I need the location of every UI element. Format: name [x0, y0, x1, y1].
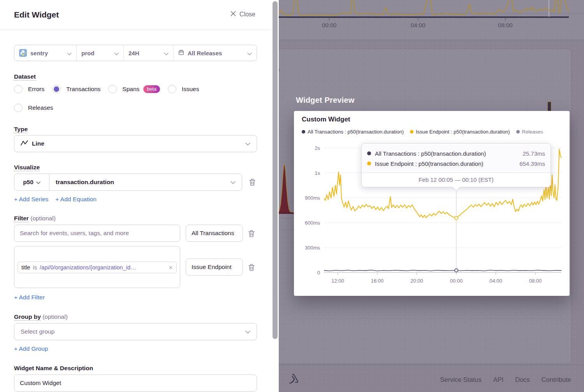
svg-text:08:00: 08:00 [529, 278, 542, 284]
filter-token-title[interactable]: title is /api/0/organizations/{organizat… [18, 262, 177, 273]
sentry-logo-icon [287, 372, 299, 386]
delete-filter-button-2[interactable] [247, 262, 256, 272]
radio-errors[interactable]: Errors [14, 85, 44, 93]
radio-transactions[interactable]: Transactions [52, 85, 100, 93]
widget-preview-heading: Widget Preview [296, 96, 354, 105]
close-button[interactable]: Close [230, 11, 255, 18]
tooltip-row: All Transactions : p50(transaction.durat… [367, 148, 545, 158]
trash-icon [248, 264, 255, 271]
background-chart-panel: 00:0004:0008:00 [273, 0, 584, 40]
environment-select[interactable]: prod [77, 45, 124, 61]
visualize-row: p50 transaction.duration [14, 174, 257, 191]
filter-alias-input-1[interactable] [186, 225, 243, 242]
dataset-options-row2: Releases [14, 104, 53, 112]
background-top-chart: 00:0004:0008:00 [274, 0, 584, 40]
project-select[interactable]: sentry [14, 45, 77, 61]
svg-text:20:00: 20:00 [410, 278, 423, 284]
group-by-label: Group by (optional) [14, 313, 68, 320]
python-project-icon [19, 49, 27, 57]
add-group-link[interactable]: + Add Group [14, 345, 48, 352]
add-filter-link[interactable]: + Add Filter [14, 294, 45, 301]
add-equation-link[interactable]: + Add Equation [55, 196, 97, 203]
chevron-down-icon [114, 50, 119, 56]
preview-card-title: Custom Widget [302, 116, 350, 123]
trash-icon [248, 230, 255, 237]
chevron-down-icon [230, 179, 236, 186]
filter-alias-input-2[interactable] [186, 258, 243, 276]
dataset-label: Dataset [14, 73, 36, 80]
radio-spans[interactable]: Spans beta [108, 85, 160, 93]
footer-links: Service Status API Docs Contribute [440, 376, 571, 383]
svg-text:900ms: 900ms [305, 195, 320, 201]
add-series-link[interactable]: + Add Series [14, 196, 48, 203]
aggregate-select[interactable]: p50 [14, 174, 49, 190]
widget-name-label: Widget Name & Description [14, 365, 93, 372]
svg-text:300ms: 300ms [305, 245, 320, 251]
modal-title: Edit Widget [14, 10, 59, 19]
release-select[interactable]: All Releases [174, 45, 257, 61]
modal-scrollbar-thumb[interactable] [273, 1, 278, 339]
chevron-down-icon [245, 328, 250, 335]
widget-preview-card[interactable]: Custom Widget All Transactions : p50(tra… [294, 111, 570, 296]
visualize-field-group: p50 transaction.duration [14, 174, 242, 191]
close-icon [230, 11, 236, 18]
svg-text:16:00: 16:00 [371, 278, 384, 284]
radio-circle[interactable] [14, 85, 23, 93]
legend-item-releases[interactable]: Releases [516, 129, 543, 135]
tooltip-dot-dark [367, 151, 371, 155]
filter-query-builder[interactable]: title is /api/0/organizations/{organizat… [14, 246, 180, 288]
chevron-down-icon [67, 50, 72, 56]
group-by-select[interactable]: Select group [14, 323, 257, 340]
chevron-down-icon [247, 50, 252, 56]
radio-circle[interactable] [108, 85, 117, 93]
delete-filter-button-1[interactable] [247, 229, 256, 239]
legend-dot-yellow [410, 130, 413, 134]
page-filter-bar: sentry prod 24H All Releases [14, 45, 257, 61]
type-label: Type [14, 126, 28, 133]
chart-type-select[interactable]: Line [14, 135, 257, 152]
remove-token-icon[interactable]: ✕ [169, 265, 173, 271]
radio-releases[interactable]: Releases [14, 104, 53, 112]
svg-text:00:00: 00:00 [322, 22, 337, 28]
svg-text:04:00: 04:00 [411, 22, 426, 28]
visualize-actions: + Add Series + Add Equation [14, 196, 97, 203]
tooltip-row: Issue Endpoint : p50(transaction.duratio… [367, 158, 545, 169]
svg-text:1s: 1s [315, 170, 320, 176]
visualize-label: Visualize [14, 164, 40, 171]
chevron-down-icon [164, 50, 169, 56]
radio-issues[interactable]: Issues [168, 85, 199, 93]
tooltip-dot-yellow [367, 162, 371, 165]
delete-series-button[interactable] [248, 177, 257, 187]
modal-scrollbar-track[interactable] [271, 0, 279, 392]
dataset-options-row1: Errors Transactions Spans beta Issues [14, 85, 199, 93]
svg-text:0: 0 [317, 270, 320, 276]
legend-dot-dark [302, 130, 305, 134]
date-range-select[interactable]: 24H [124, 45, 174, 61]
svg-text:00:00: 00:00 [450, 278, 463, 284]
chart-legend: All Transactions : p50(transaction.durat… [302, 129, 543, 135]
svg-text:08:00: 08:00 [498, 22, 513, 28]
widget-name-input[interactable] [14, 374, 257, 392]
footer-link-docs[interactable]: Docs [515, 376, 530, 383]
chart-tooltip: All Transactions : p50(transaction.durat… [361, 143, 551, 187]
legend-item-all-transactions[interactable]: All Transactions : p50(transaction.durat… [302, 129, 404, 135]
svg-text:12:00: 12:00 [331, 278, 344, 284]
footer-link-api[interactable]: API [493, 376, 504, 383]
filter-label: Filter (optional) [14, 215, 56, 222]
radio-circle-selected[interactable] [52, 85, 61, 93]
footer-link-service-status[interactable]: Service Status [440, 376, 481, 383]
legend-item-issue-endpoint[interactable]: Issue Endpoint : p50(transaction.duratio… [410, 129, 510, 135]
releases-icon [178, 49, 184, 56]
legend-dot-gray [516, 130, 520, 134]
filter-search-input[interactable] [14, 225, 180, 242]
svg-text:2s: 2s [315, 145, 320, 151]
line-chart-icon [21, 140, 28, 148]
modal-header: Edit Widget Close [0, 0, 272, 30]
radio-circle[interactable] [14, 104, 23, 112]
beta-badge: beta [143, 85, 160, 93]
radio-circle[interactable] [168, 85, 176, 93]
edit-widget-modal: Edit Widget Close sentry prod 24H [0, 0, 272, 392]
footer-link-contribute[interactable]: Contribute [542, 376, 571, 383]
trash-icon [249, 179, 255, 186]
field-select[interactable]: transaction.duration [49, 174, 242, 190]
